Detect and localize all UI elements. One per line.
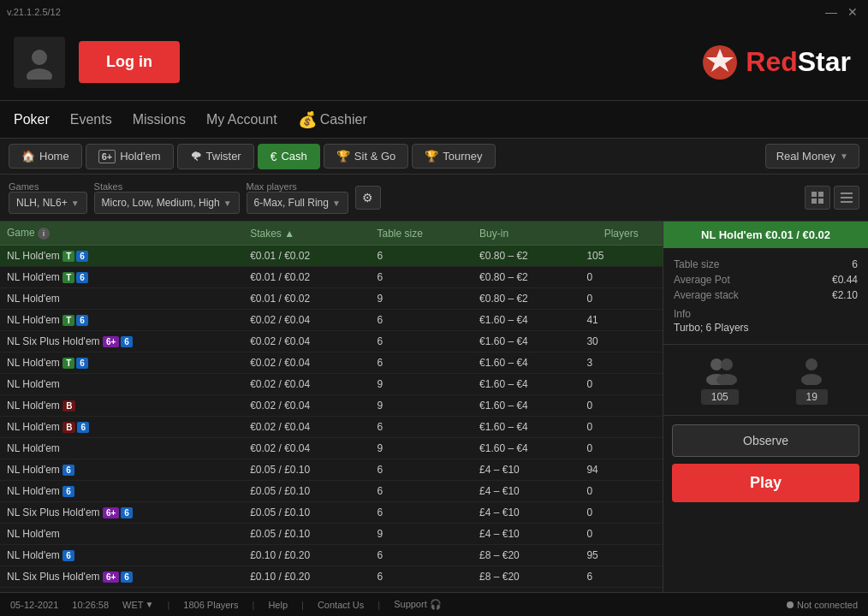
cell-players: 0 (580, 288, 663, 310)
login-button[interactable]: Log in (79, 41, 180, 83)
cell-buyin: €1.60 – €4 (473, 438, 580, 459)
status-date: 05-12-2021 (10, 600, 58, 610)
nav-item-cashier[interactable]: 💰 Cashier (298, 107, 367, 133)
table-row[interactable]: NL Six Plus Hold'em 6+6£0.10 / £0.206£8 … (0, 566, 663, 588)
table-row[interactable]: NL Six Plus Hold'em 6+6£0.05 / £0.106£4 … (0, 502, 663, 524)
games-filter-value: NLH, NL6+ (16, 197, 68, 209)
logo: RedStar (701, 44, 851, 81)
table-row[interactable]: NL Hold'em T6€0.02 / €0.046€1.60 – €441 (0, 310, 663, 331)
advanced-filter-button[interactable]: ⚙ (355, 186, 381, 210)
right-panel: NL Hold'em €0.01 / €0.02 Table size 6 Av… (663, 222, 868, 616)
svg-point-16 (801, 374, 822, 385)
timezone-selector[interactable]: WET ▼ (122, 600, 153, 610)
max-players-filter-select[interactable]: 6-Max, Full Ring ▼ (247, 192, 348, 214)
cell-stakes: £0.05 / £0.10 (243, 502, 370, 524)
info-section: Info Turbo; 6 Players (674, 308, 858, 334)
avg-stack-row: Average stack €2.10 (674, 289, 858, 301)
games-chevron-icon: ▼ (71, 198, 80, 208)
cell-game: NL Hold'em (0, 438, 243, 459)
svg-rect-8 (841, 192, 853, 194)
table-row[interactable]: NL Hold'em B6€0.02 / €0.046€1.60 – €40 (0, 417, 663, 438)
cell-players: 0 (580, 267, 663, 288)
col-players[interactable]: Players (580, 222, 663, 246)
table-body: NL Hold'em T6€0.01 / €0.026€0.80 – €2105… (0, 246, 663, 617)
observe-button[interactable]: Observe (672, 424, 859, 457)
tab-holdem[interactable]: 6+ Hold'em (86, 144, 174, 169)
tab-tourney[interactable]: 🏆 Tourney (412, 144, 495, 169)
cell-players: 94 (580, 459, 663, 481)
support-link[interactable]: Support 🎧 (394, 599, 442, 610)
col-stakes[interactable]: Stakes ▲ (243, 222, 370, 246)
col-buyin[interactable]: Buy-in (473, 222, 580, 246)
window-controls[interactable]: — ✕ (822, 5, 861, 19)
minimize-button[interactable]: — (822, 5, 841, 19)
table-row[interactable]: NL Hold'em €0.02 / €0.049€1.60 – €40 (0, 438, 663, 459)
svg-rect-7 (818, 198, 823, 204)
info-icon[interactable]: i (38, 228, 50, 240)
avg-pot-val: €0.44 (832, 274, 858, 286)
panel-title: NL Hold'em €0.01 / €0.02 (663, 222, 868, 248)
table-row[interactable]: NL Hold'em B€0.02 / €0.049€1.60 – €40 (0, 395, 663, 417)
statusbar: 05-12-2021 10:26:58 WET ▼ | 1806 Players… (0, 592, 868, 616)
table-row[interactable]: NL Hold'em €0.02 / €0.049€1.60 – €40 (0, 374, 663, 395)
nav-item-missions[interactable]: Missions (133, 109, 186, 131)
cell-table-size: 9 (371, 438, 473, 459)
close-button[interactable]: ✕ (844, 5, 861, 19)
tab-sitgo[interactable]: 🏆 Sit & Go (324, 144, 408, 169)
cell-game: NL Hold'em 6 (0, 545, 243, 566)
table-row[interactable]: NL Hold'em T6€0.02 / €0.046€1.60 – €43 (0, 352, 663, 374)
cell-table-size: 6 (371, 352, 473, 374)
col-table-size[interactable]: Table size (371, 222, 473, 246)
col-game[interactable]: Game i (0, 222, 243, 246)
cell-table-size: 6 (371, 331, 473, 352)
cell-buyin: £8 – €20 (473, 545, 580, 566)
contact-link[interactable]: Contact Us (318, 600, 364, 610)
stakes-filter-select[interactable]: Micro, Low, Medium, High ▼ (94, 192, 240, 214)
nav-item-poker[interactable]: Poker (14, 109, 50, 131)
table-row[interactable]: NL Hold'em 6£0.05 / £0.106£4 – €1094 (0, 459, 663, 481)
max-players-filter-value: 6-Max, Full Ring (254, 197, 329, 209)
players-avatar-icon (701, 356, 739, 385)
cell-game: NL Hold'em B (0, 395, 243, 417)
tab-cash[interactable]: € Cash (258, 144, 320, 169)
table-row[interactable]: NL Hold'em £0.05 / £0.109£4 – €100 (0, 524, 663, 545)
games-filter-label: Games (9, 181, 86, 192)
list-icon (840, 191, 853, 204)
games-table-container[interactable]: Game i Stakes ▲ Table size Buy-in Player… (0, 222, 663, 616)
table-row[interactable]: NL Hold'em 6£0.10 / £0.206£8 – €2095 (0, 545, 663, 566)
max-players-filter-label: Max players (247, 181, 347, 192)
nav-item-events[interactable]: Events (70, 109, 112, 131)
table-row[interactable]: NL Hold'em T6€0.01 / €0.026€0.80 – €2105 (0, 246, 663, 267)
avg-stack-val: €2.10 (832, 289, 858, 301)
cell-buyin: €1.60 – €4 (473, 395, 580, 417)
games-table: Game i Stakes ▲ Table size Buy-in Player… (0, 222, 663, 616)
cell-buyin: £4 – €10 (473, 481, 580, 502)
cell-players: 0 (580, 481, 663, 502)
table-row[interactable]: NL Six Plus Hold'em 6+6€0.02 / €0.046€1.… (0, 331, 663, 352)
nav-item-my-account[interactable]: My Account (206, 109, 277, 131)
table-row[interactable]: NL Hold'em 6£0.05 / £0.106£4 – €100 (0, 481, 663, 502)
cell-game: NL Six Plus Hold'em 6+6 (0, 331, 243, 352)
tab-twister[interactable]: 🌪 Twister (177, 144, 254, 169)
cell-table-size: 6 (371, 566, 473, 588)
cell-game: NL Hold'em (0, 524, 243, 545)
players-stat: 105 (699, 355, 740, 405)
real-money-selector[interactable]: Real Money ▼ (765, 144, 859, 169)
help-link[interactable]: Help (268, 600, 288, 610)
list-view-button[interactable] (834, 186, 859, 210)
cell-table-size: 9 (371, 395, 473, 417)
table-row[interactable]: NL Hold'em T6€0.01 / €0.026€0.80 – €20 (0, 267, 663, 288)
cell-game: NL Six Plus Hold'em 6+6 (0, 566, 243, 588)
info-val: Turbo; 6 Players (674, 322, 858, 334)
play-button[interactable]: Play (672, 464, 859, 502)
tab-home[interactable]: 🏠 Home (9, 144, 82, 169)
cell-players: 0 (580, 395, 663, 417)
cell-players: 6 (580, 566, 663, 588)
svg-point-0 (32, 50, 47, 65)
grid-view-button[interactable] (805, 186, 830, 210)
table-row[interactable]: NL Hold'em €0.01 / €0.029€0.80 – €20 (0, 288, 663, 310)
observers-icon (791, 355, 832, 386)
svg-point-1 (27, 68, 52, 80)
players-count: 105 (701, 389, 739, 405)
games-filter-select[interactable]: NLH, NL6+ ▼ (9, 192, 87, 214)
